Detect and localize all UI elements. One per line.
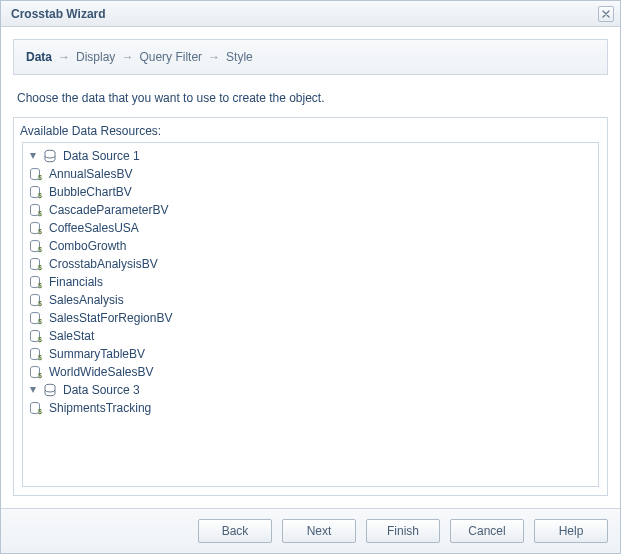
- step-query-filter: Query Filter: [139, 50, 202, 64]
- business-view-node[interactable]: $Financials: [29, 273, 592, 291]
- business-view-node[interactable]: $ShipmentsTracking: [29, 399, 592, 417]
- business-view-icon: $: [29, 401, 43, 415]
- business-view-icon: $: [29, 221, 43, 235]
- back-button-label: Back: [222, 524, 249, 538]
- business-view-label: CrosstabAnalysisBV: [49, 257, 158, 271]
- wizard-steps: Data→Display→Query Filter→Style: [13, 39, 608, 75]
- business-view-icon: $: [29, 365, 43, 379]
- close-button[interactable]: [598, 6, 614, 22]
- business-view-label: SummaryTableBV: [49, 347, 145, 361]
- svg-text:$: $: [38, 336, 42, 343]
- business-view-label: BubbleChartBV: [49, 185, 132, 199]
- svg-text:$: $: [38, 192, 42, 199]
- cancel-button[interactable]: Cancel: [450, 519, 524, 543]
- next-button-label: Next: [307, 524, 332, 538]
- business-view-icon: $: [29, 239, 43, 253]
- svg-text:$: $: [38, 174, 42, 181]
- cancel-button-label: Cancel: [468, 524, 505, 538]
- business-view-node[interactable]: $SalesStatForRegionBV: [29, 309, 592, 327]
- business-view-node[interactable]: $SummaryTableBV: [29, 345, 592, 363]
- business-view-node[interactable]: $AnnualSalesBV: [29, 165, 592, 183]
- help-button-label: Help: [559, 524, 584, 538]
- finish-button-label: Finish: [387, 524, 419, 538]
- svg-text:$: $: [38, 228, 42, 235]
- business-view-label: ComboGrowth: [49, 239, 126, 253]
- help-button[interactable]: Help: [534, 519, 608, 543]
- svg-text:$: $: [38, 372, 42, 379]
- data-source-label: Data Source 1: [63, 149, 140, 163]
- business-view-icon: $: [29, 257, 43, 271]
- business-view-node[interactable]: $SalesAnalysis: [29, 291, 592, 309]
- finish-button[interactable]: Finish: [366, 519, 440, 543]
- business-view-icon: $: [29, 275, 43, 289]
- business-view-node[interactable]: $CrosstabAnalysisBV: [29, 255, 592, 273]
- database-icon: [43, 383, 57, 397]
- business-view-label: ShipmentsTracking: [49, 401, 151, 415]
- step-separator: →: [58, 50, 70, 64]
- svg-text:$: $: [38, 246, 42, 253]
- step-separator: →: [121, 50, 133, 64]
- business-view-icon: $: [29, 167, 43, 181]
- business-view-node[interactable]: $WorldWideSalesBV: [29, 363, 592, 381]
- business-view-icon: $: [29, 329, 43, 343]
- business-view-label: SaleStat: [49, 329, 94, 343]
- step-display: Display: [76, 50, 115, 64]
- svg-text:$: $: [38, 300, 42, 307]
- business-view-node[interactable]: $ComboGrowth: [29, 237, 592, 255]
- database-icon: [43, 149, 57, 163]
- svg-text:$: $: [38, 408, 42, 415]
- resources-label: Available Data Resources:: [14, 118, 607, 142]
- next-button[interactable]: Next: [282, 519, 356, 543]
- business-view-node[interactable]: $SaleStat: [29, 327, 592, 345]
- business-view-node[interactable]: $CascadeParameterBV: [29, 201, 592, 219]
- content-area: Data→Display→Query Filter→Style Choose t…: [1, 27, 620, 508]
- expand-icon[interactable]: [29, 386, 37, 394]
- business-view-icon: $: [29, 347, 43, 361]
- business-view-label: Financials: [49, 275, 103, 289]
- button-bar: Back Next Finish Cancel Help: [1, 508, 620, 553]
- business-view-icon: $: [29, 203, 43, 217]
- business-view-label: WorldWideSalesBV: [49, 365, 153, 379]
- business-view-icon: $: [29, 293, 43, 307]
- svg-text:$: $: [38, 318, 42, 325]
- data-source-node[interactable]: Data Source 1: [29, 147, 592, 165]
- titlebar: Crosstab Wizard: [1, 1, 620, 27]
- wizard-window: Crosstab Wizard Data→Display→Query Filte…: [0, 0, 621, 554]
- close-icon: [602, 10, 610, 18]
- svg-text:$: $: [38, 354, 42, 361]
- business-view-label: SalesStatForRegionBV: [49, 311, 172, 325]
- business-view-label: CoffeeSalesUSA: [49, 221, 139, 235]
- step-separator: →: [208, 50, 220, 64]
- svg-text:$: $: [38, 282, 42, 289]
- business-view-icon: $: [29, 311, 43, 325]
- svg-text:$: $: [38, 264, 42, 271]
- data-source-label: Data Source 3: [63, 383, 140, 397]
- data-source-node[interactable]: Data Source 3: [29, 381, 592, 399]
- resources-tree[interactable]: Data Source 1$AnnualSalesBV$BubbleChartB…: [22, 142, 599, 487]
- business-view-label: AnnualSalesBV: [49, 167, 132, 181]
- svg-text:$: $: [38, 210, 42, 217]
- business-view-label: SalesAnalysis: [49, 293, 124, 307]
- business-view-icon: $: [29, 185, 43, 199]
- step-data: Data: [26, 50, 52, 64]
- instruction-text: Choose the data that you want to use to …: [13, 75, 608, 117]
- business-view-node[interactable]: $CoffeeSalesUSA: [29, 219, 592, 237]
- resources-section: Available Data Resources: Data Source 1$…: [13, 117, 608, 496]
- back-button[interactable]: Back: [198, 519, 272, 543]
- expand-icon[interactable]: [29, 152, 37, 160]
- business-view-node[interactable]: $BubbleChartBV: [29, 183, 592, 201]
- window-title: Crosstab Wizard: [11, 7, 598, 21]
- business-view-label: CascadeParameterBV: [49, 203, 168, 217]
- step-style: Style: [226, 50, 253, 64]
